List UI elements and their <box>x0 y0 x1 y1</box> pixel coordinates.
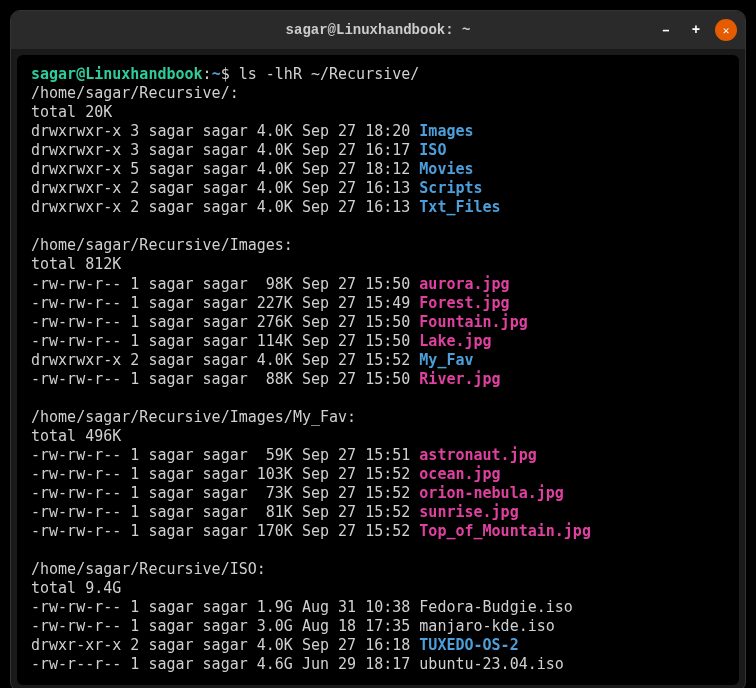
entry-meta: -rw-rw-r-- 1 sagar sagar 1.9G Aug 31 10:… <box>31 598 419 616</box>
section-path: /home/sagar/Recursive/ISO: <box>31 560 266 578</box>
prompt-dollar: $ <box>221 65 239 83</box>
entry-name: Scripts <box>419 179 482 197</box>
titlebar: sagar@Linuxhandbook: ~ – + ✕ <box>11 11 745 49</box>
section-path: /home/sagar/Recursive/Images/My_Fav: <box>31 408 356 426</box>
entry-name: Txt_Files <box>419 198 500 216</box>
entry-name: aurora.jpg <box>419 275 509 293</box>
entry-meta: drwxr-xr-x 2 sagar sagar 4.0K Sep 27 16:… <box>31 636 419 654</box>
section-total: total 496K <box>31 427 121 445</box>
entry-meta: -rw-rw-r-- 1 sagar sagar 103K Sep 27 15:… <box>31 465 419 483</box>
entry-meta: drwxrwxr-x 2 sagar sagar 4.0K Sep 27 16:… <box>31 179 419 197</box>
entry-name: Lake.jpg <box>419 332 491 350</box>
close-button[interactable]: ✕ <box>715 19 737 41</box>
entry-name: My_Fav <box>419 351 473 369</box>
terminal-body[interactable]: sagar@Linuxhandbook:~$ ls -lhR ~/Recursi… <box>17 55 739 685</box>
entry-meta: -rw-r--r-- 1 sagar sagar 4.6G Jun 29 18:… <box>31 655 419 673</box>
entry-name: Movies <box>419 160 473 178</box>
entry-name: Top_of_Mountain.jpg <box>419 522 591 540</box>
entry-meta: drwxrwxr-x 2 sagar sagar 4.0K Sep 27 16:… <box>31 198 419 216</box>
entry-name: Fedora-Budgie.iso <box>419 598 573 616</box>
section-path: /home/sagar/Recursive/: <box>31 84 239 102</box>
entry-meta: -rw-rw-r-- 1 sagar sagar 59K Sep 27 15:5… <box>31 446 419 464</box>
entry-name: manjaro-kde.iso <box>419 617 554 635</box>
entry-name: Forest.jpg <box>419 294 509 312</box>
prompt-colon: : <box>203 65 212 83</box>
entry-name: sunrise.jpg <box>419 503 518 521</box>
entry-name: Images <box>419 122 473 140</box>
entry-name: astronaut.jpg <box>419 446 536 464</box>
command-text: ls -lhR ~/Recursive/ <box>239 65 420 83</box>
entry-meta: -rw-rw-r-- 1 sagar sagar 114K Sep 27 15:… <box>31 332 419 350</box>
entry-meta: -rw-rw-r-- 1 sagar sagar 3.0G Aug 18 17:… <box>31 617 419 635</box>
entry-name: ubuntu-23.04.iso <box>419 655 564 673</box>
entry-name: River.jpg <box>419 370 500 388</box>
section-total: total 9.4G <box>31 579 121 597</box>
entry-meta: drwxrwxr-x 3 sagar sagar 4.0K Sep 27 16:… <box>31 141 419 159</box>
minimize-button[interactable]: – <box>655 19 677 41</box>
maximize-button[interactable]: + <box>685 19 707 41</box>
entry-meta: -rw-rw-r-- 1 sagar sagar 88K Sep 27 15:5… <box>31 370 419 388</box>
section-total: total 20K <box>31 103 112 121</box>
entry-name: TUXEDO-OS-2 <box>419 636 518 654</box>
window-title: sagar@Linuxhandbook: ~ <box>286 22 471 38</box>
entry-name: ISO <box>419 141 446 159</box>
prompt-user-host: sagar@Linuxhandbook <box>31 65 203 83</box>
entry-name: ocean.jpg <box>419 465 500 483</box>
entry-meta: -rw-rw-r-- 1 sagar sagar 227K Sep 27 15:… <box>31 294 419 312</box>
entry-meta: -rw-rw-r-- 1 sagar sagar 98K Sep 27 15:5… <box>31 275 419 293</box>
entry-meta: -rw-rw-r-- 1 sagar sagar 73K Sep 27 15:5… <box>31 484 419 502</box>
entry-name: orion-nebula.jpg <box>419 484 564 502</box>
prompt-cwd: ~ <box>212 65 221 83</box>
entry-meta: -rw-rw-r-- 1 sagar sagar 170K Sep 27 15:… <box>31 522 419 540</box>
entry-meta: -rw-rw-r-- 1 sagar sagar 81K Sep 27 15:5… <box>31 503 419 521</box>
section-path: /home/sagar/Recursive/Images: <box>31 236 293 254</box>
window-controls: – + ✕ <box>655 19 737 41</box>
entry-meta: drwxrwxr-x 2 sagar sagar 4.0K Sep 27 15:… <box>31 351 419 369</box>
entry-name: Fountain.jpg <box>419 313 527 331</box>
section-total: total 812K <box>31 255 121 273</box>
entry-meta: drwxrwxr-x 5 sagar sagar 4.0K Sep 27 18:… <box>31 160 419 178</box>
entry-meta: drwxrwxr-x 3 sagar sagar 4.0K Sep 27 18:… <box>31 122 419 140</box>
terminal-window: sagar@Linuxhandbook: ~ – + ✕ sagar@Linux… <box>10 10 746 688</box>
entry-meta: -rw-rw-r-- 1 sagar sagar 276K Sep 27 15:… <box>31 313 419 331</box>
